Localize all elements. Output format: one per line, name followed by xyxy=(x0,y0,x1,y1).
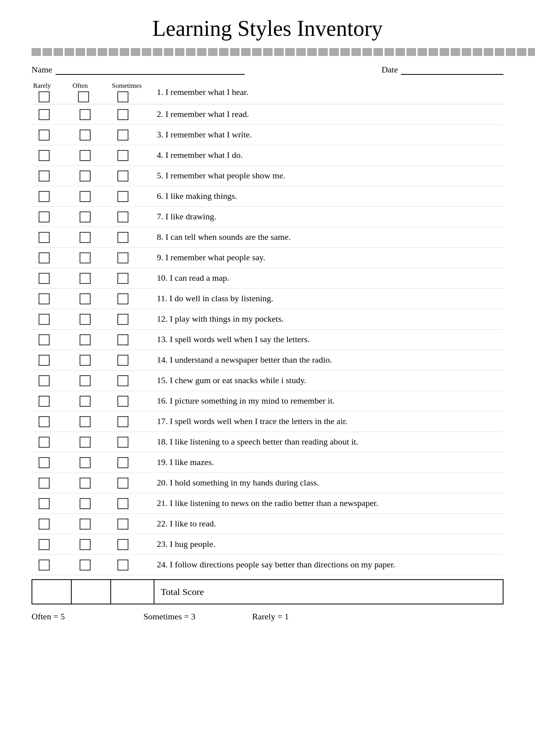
col-sometimes-label: Sometimes xyxy=(112,82,155,90)
q24-sometimes-checkbox[interactable] xyxy=(117,560,128,571)
q12-sometimes-checkbox[interactable] xyxy=(117,314,128,325)
q15-sometimes-checkbox[interactable] xyxy=(117,375,128,386)
q1-rarely-checkbox[interactable] xyxy=(39,91,50,102)
divider-square xyxy=(219,48,228,56)
date-input-line[interactable] xyxy=(401,65,503,75)
q14-rarely-checkbox[interactable] xyxy=(39,355,50,366)
q6-sometimes-checkbox[interactable] xyxy=(117,191,128,202)
q14-often-checkbox[interactable] xyxy=(80,355,91,366)
q17-sometimes-cell xyxy=(110,416,154,427)
q13-often-checkbox[interactable] xyxy=(80,334,91,345)
q21-sometimes-checkbox[interactable] xyxy=(117,498,128,509)
q9-often-checkbox[interactable] xyxy=(80,252,91,263)
q3-sometimes-checkbox[interactable] xyxy=(117,130,128,141)
q1-sometimes-checkbox[interactable] xyxy=(117,91,128,102)
q12-rarely-checkbox[interactable] xyxy=(39,314,50,325)
q6-rarely-checkbox[interactable] xyxy=(39,191,50,202)
q18-sometimes-checkbox[interactable] xyxy=(117,437,128,448)
q23-often-checkbox[interactable] xyxy=(80,539,91,550)
divider-square xyxy=(109,48,118,56)
divider-square xyxy=(495,48,504,56)
q13-text: 13. I spell words well when I say the le… xyxy=(154,334,503,346)
q12-rarely-cell xyxy=(32,314,71,325)
col-rarely-label: Rarely xyxy=(33,82,72,90)
q5-often-checkbox[interactable] xyxy=(80,170,91,182)
q23-rarely-checkbox[interactable] xyxy=(39,539,50,550)
q15-rarely-checkbox[interactable] xyxy=(39,375,50,386)
q7-sometimes-checkbox[interactable] xyxy=(117,211,128,222)
q7-rarely-checkbox[interactable] xyxy=(39,211,50,222)
q5-rarely-checkbox[interactable] xyxy=(39,170,50,182)
divider-square xyxy=(87,48,96,56)
q20-sometimes-checkbox[interactable] xyxy=(117,478,128,489)
q2-sometimes-checkbox[interactable] xyxy=(117,109,128,120)
table-row: 18. I like listening to a speech better … xyxy=(32,432,503,452)
q6-rarely-cell xyxy=(32,191,71,202)
q17-often-cell xyxy=(71,416,110,427)
q21-often-checkbox[interactable] xyxy=(80,498,91,509)
q22-sometimes-checkbox[interactable] xyxy=(117,519,128,530)
q4-rarely-checkbox[interactable] xyxy=(39,150,50,161)
q24-rarely-checkbox[interactable] xyxy=(39,560,50,571)
q8-rarely-checkbox[interactable] xyxy=(39,232,50,243)
q22-sometimes-cell xyxy=(110,519,154,530)
q18-rarely-cell xyxy=(32,437,71,448)
q1-often-checkbox[interactable] xyxy=(78,91,89,102)
divider-square xyxy=(98,48,107,56)
q7-often-checkbox[interactable] xyxy=(80,211,91,222)
q22-text: 22. I like to read. xyxy=(154,518,503,530)
q8-often-checkbox[interactable] xyxy=(80,232,91,243)
q11-often-checkbox[interactable] xyxy=(80,293,91,304)
q18-often-checkbox[interactable] xyxy=(80,437,91,448)
q16-sometimes-checkbox[interactable] xyxy=(117,396,128,407)
q3-rarely-checkbox[interactable] xyxy=(39,130,50,141)
q15-often-checkbox[interactable] xyxy=(80,375,91,386)
q1-text: 1. I remember what I hear. xyxy=(154,86,503,98)
q17-rarely-checkbox[interactable] xyxy=(39,416,50,427)
q2-rarely-checkbox[interactable] xyxy=(39,109,50,120)
q19-often-checkbox[interactable] xyxy=(80,457,91,468)
q5-sometimes-checkbox[interactable] xyxy=(117,170,128,182)
q9-rarely-checkbox[interactable] xyxy=(39,252,50,263)
q16-rarely-checkbox[interactable] xyxy=(39,396,50,407)
q20-often-checkbox[interactable] xyxy=(80,478,91,489)
q3-often-checkbox[interactable] xyxy=(80,130,91,141)
q13-rarely-checkbox[interactable] xyxy=(39,334,50,345)
q20-rarely-checkbox[interactable] xyxy=(39,478,50,489)
q6-often-checkbox[interactable] xyxy=(80,191,91,202)
table-row: 4. I remember what I do. xyxy=(32,145,503,166)
name-input-line[interactable] xyxy=(56,65,245,75)
q19-sometimes-checkbox[interactable] xyxy=(117,457,128,468)
q11-text: 11. I do well in class by listening. xyxy=(154,293,503,305)
q12-often-checkbox[interactable] xyxy=(80,314,91,325)
q10-rarely-checkbox[interactable] xyxy=(39,273,50,284)
divider-square xyxy=(429,48,438,56)
total-sometimes-box[interactable] xyxy=(111,580,154,604)
q8-sometimes-checkbox[interactable] xyxy=(117,232,128,243)
total-often-box[interactable] xyxy=(72,580,111,604)
q17-often-checkbox[interactable] xyxy=(80,416,91,427)
q12-often-cell xyxy=(71,314,110,325)
q10-sometimes-checkbox[interactable] xyxy=(117,273,128,284)
q23-sometimes-checkbox[interactable] xyxy=(117,539,128,550)
questions-container: 2. I remember what I read. 3. I remember… xyxy=(32,104,503,575)
q13-sometimes-checkbox[interactable] xyxy=(117,334,128,345)
q24-often-checkbox[interactable] xyxy=(80,560,91,571)
q6-sometimes-cell xyxy=(110,191,154,202)
q14-sometimes-checkbox[interactable] xyxy=(117,355,128,366)
total-rarely-box[interactable] xyxy=(32,580,72,604)
q17-sometimes-checkbox[interactable] xyxy=(117,416,128,427)
q16-often-checkbox[interactable] xyxy=(80,396,91,407)
q22-rarely-checkbox[interactable] xyxy=(39,519,50,530)
q4-often-checkbox[interactable] xyxy=(80,150,91,161)
q19-rarely-checkbox[interactable] xyxy=(39,457,50,468)
q21-rarely-checkbox[interactable] xyxy=(39,498,50,509)
q2-often-checkbox[interactable] xyxy=(80,109,91,120)
q11-rarely-checkbox[interactable] xyxy=(39,293,50,304)
q9-sometimes-checkbox[interactable] xyxy=(117,252,128,263)
q22-often-checkbox[interactable] xyxy=(80,519,91,530)
q4-sometimes-checkbox[interactable] xyxy=(117,150,128,161)
q11-sometimes-checkbox[interactable] xyxy=(117,293,128,304)
q18-rarely-checkbox[interactable] xyxy=(39,437,50,448)
q10-often-checkbox[interactable] xyxy=(80,273,91,284)
